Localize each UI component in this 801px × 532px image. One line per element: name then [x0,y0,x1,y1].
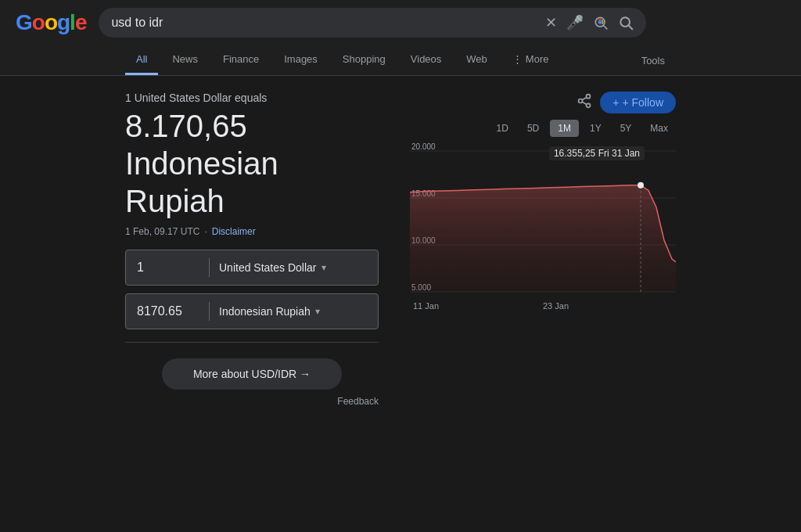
x-label-1: 11 Jan [413,301,439,311]
tab-videos[interactable]: Videos [400,45,453,75]
time-tab-1y[interactable]: 1Y [582,120,609,137]
from-currency-box[interactable]: 1 United States Dollar ▾ [125,250,379,286]
tooltip-date: Fri 31 Jan [598,148,640,159]
equals-text: 1 United States Dollar equals [125,92,379,104]
more-about-button[interactable]: More about USD/IDR → [162,358,342,390]
svg-line-1 [604,26,608,30]
tab-shopping[interactable]: Shopping [332,45,397,75]
time-tab-1d[interactable]: 1D [489,120,516,137]
svg-line-4 [629,26,633,30]
chart-x-labels: 11 Jan 23 Jan [410,300,676,312]
to-value: 8170.65 [137,304,199,318]
time-tab-5y[interactable]: 5Y [612,120,640,137]
tab-images[interactable]: Images [273,45,329,75]
tab-more[interactable]: ⋮ More [501,45,560,75]
google-logo: Google [16,10,86,35]
time-tab-max[interactable]: Max [642,120,676,137]
to-currency-box[interactable]: 8170.65 Indonesian Rupiah ▾ [125,293,379,329]
right-panel: + + Follow 1D 5D 1M 1Y 5Y Max 16.355,25 … [410,92,676,407]
left-panel: 1 United States Dollar equals 8.170,65 I… [125,92,379,407]
from-currency-selector[interactable]: United States Dollar ▾ [219,261,367,274]
disclaimer-link[interactable]: Disclaimer [212,226,256,237]
svg-point-5 [587,94,591,98]
svg-point-2 [598,20,602,24]
chevron-down-icon: ▾ [321,262,326,273]
to-currency-selector[interactable]: Indonesian Rupiah ▾ [219,305,367,318]
main-content: 1 United States Dollar equals 8.170,65 I… [0,76,801,422]
follow-button[interactable]: + + Follow [600,92,676,113]
from-value: 1 [137,261,199,275]
top-bar: Google ✕ 🎤 [0,0,801,45]
price-chart [410,143,676,300]
svg-point-7 [587,103,591,107]
svg-line-9 [582,97,587,99]
to-currency-label: Indonesian Rupiah [219,305,311,318]
conversion-result: 8.170,65 Indonesian Rupiah [125,107,379,220]
tab-news[interactable]: News [161,45,209,75]
nav-tabs: All News Finance Images Shopping Videos … [0,45,801,76]
chart-area: 16.355,25 Fri 31 Jan [410,143,676,300]
tab-all[interactable]: All [125,45,158,75]
search-bar[interactable]: ✕ 🎤 [99,8,646,38]
svg-line-8 [582,102,587,104]
svg-point-6 [579,99,583,102]
share-button[interactable] [577,93,592,113]
time-tab-5d[interactable]: 5D [519,120,547,137]
tools-button[interactable]: Tools [630,47,676,74]
search-button[interactable] [618,15,634,31]
x-label-2: 23 Jan [543,301,569,311]
divider [209,258,210,277]
from-currency-label: United States Dollar [219,261,317,274]
chevron-down-icon: ▾ [315,306,320,317]
chart-tooltip: 16.355,25 Fri 31 Jan [549,146,645,160]
follow-label: + Follow [622,96,663,109]
feedback-link[interactable]: Feedback [125,396,379,407]
more-btn-container: More about USD/IDR → [125,358,379,390]
lens-button[interactable] [593,15,609,31]
time-tabs: 1D 5D 1M 1Y 5Y Max [410,120,676,137]
timestamp: 1 Feb, 09.17 UTC · Disclaimer [125,226,379,237]
tab-finance[interactable]: Finance [212,45,270,75]
tab-web[interactable]: Web [455,45,498,75]
separator [125,342,379,343]
plus-icon: + [612,96,619,109]
search-input[interactable] [111,16,545,30]
chart-header: + + Follow [410,92,676,113]
microphone-button[interactable]: 🎤 [566,14,584,31]
divider [209,302,210,321]
clear-button[interactable]: ✕ [545,14,557,31]
tooltip-value: 16.355,25 [554,148,595,159]
time-tab-1m[interactable]: 1M [550,120,579,137]
